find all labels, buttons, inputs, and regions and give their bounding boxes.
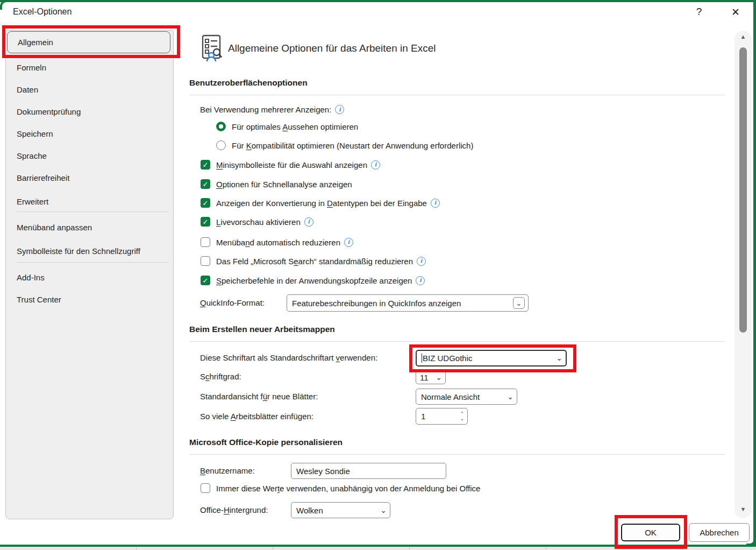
default-view-dropdown[interactable]: Normale Ansicht ⌄: [416, 389, 517, 405]
sheet-count-label: So viele Arbeitsblätter einfügen:: [200, 412, 313, 421]
spin-down-icon: ⌄: [460, 417, 464, 421]
help-icon[interactable]: ?: [693, 6, 705, 20]
annotation-box-ok-button: [615, 515, 687, 549]
username-label: Benutzername:: [200, 466, 255, 475]
cancel-button[interactable]: Abbrechen: [689, 523, 750, 542]
checkbox-datentypen[interactable]: ✓ Anzeigen der Konvertierung in Datentyp…: [201, 198, 440, 208]
checkbox-minisymbolleiste[interactable]: ✓ Minisymbolleiste für die Auswahl anzei…: [201, 160, 380, 170]
quickinfo-label: QuickInfo-Format:: [200, 298, 265, 307]
spinner-arrows[interactable]: ⌃ ⌄: [460, 412, 464, 421]
annotation-box-allgemein: [2, 25, 180, 58]
radio-optimal-appearance[interactable]: Für optimales Aussehen optimieren: [216, 122, 358, 131]
section-divider: [189, 341, 725, 342]
dialog-title: Excel-Optionen: [13, 7, 72, 17]
excel-window-top-edge: [0, 0, 756, 2]
section-divider: [189, 95, 725, 95]
chevron-down-icon[interactable]: ⌄: [378, 508, 387, 512]
section-heading-workbooks: Beim Erstellen neuer Arbeitsmappen: [189, 325, 335, 334]
info-icon[interactable]: i: [344, 238, 353, 247]
info-icon[interactable]: i: [371, 160, 380, 170]
info-icon[interactable]: i: [304, 217, 313, 227]
username-input[interactable]: [291, 463, 446, 479]
checkbox-checked-icon[interactable]: ✓: [201, 179, 210, 189]
excel-options-dialog: Excel-Optionen ? ✕ Allgemein Formeln Dat…: [0, 0, 756, 550]
chevron-down-icon[interactable]: ⌄: [505, 394, 513, 399]
office-background-label: Office-Hintergrund:: [200, 505, 268, 514]
sidebar-divider: [17, 211, 169, 212]
scroll-up-icon[interactable]: ▲: [737, 33, 750, 40]
info-icon[interactable]: i: [335, 105, 344, 114]
sidebar-item-menueband-anpassen[interactable]: Menüband anpassen: [6, 219, 180, 235]
category-sidebar: Allgemein Formeln Daten Dokumentprüfung …: [5, 30, 174, 519]
close-icon[interactable]: ✕: [729, 6, 743, 20]
info-icon[interactable]: i: [416, 276, 425, 285]
section-heading-personalize: Microsoft Office-Kopie personalisieren: [189, 438, 343, 447]
page-title: Allgemeine Optionen für das Arbeiten in …: [228, 43, 436, 54]
checkbox-always-use-values[interactable]: Immer diese Werte verwenden, unabhängig …: [201, 483, 480, 493]
checkbox-menueband-reduzieren[interactable]: Menüband automatisch reduzieren i: [201, 237, 353, 247]
section-divider: [189, 454, 725, 455]
default-view-label: Standardansicht für neue Blätter:: [200, 392, 318, 401]
checkbox-unchecked-icon[interactable]: [201, 237, 210, 247]
quickinfo-format-dropdown[interactable]: Featurebeschreibungen in QuickInfos anze…: [287, 294, 529, 312]
excel-window-right-edge: [753, 0, 756, 546]
chevron-down-icon[interactable]: ⌄: [433, 375, 442, 379]
info-icon[interactable]: i: [417, 257, 426, 266]
sheet-count-spinner[interactable]: 1 ⌃ ⌄: [416, 408, 468, 425]
sidebar-item-formeln[interactable]: Formeln: [6, 59, 180, 75]
radio-selected-icon[interactable]: [216, 122, 226, 131]
section-heading-ui: Benutzeroberflächenoptionen: [189, 78, 308, 88]
font-size-label: Schriftgrad:: [200, 372, 241, 381]
checkbox-unchecked-icon[interactable]: [201, 256, 210, 266]
sidebar-item-sprache[interactable]: Sprache: [6, 147, 180, 164]
chevron-down-icon[interactable]: ⌄: [513, 297, 525, 309]
radio-unselected-icon[interactable]: [216, 140, 226, 150]
sidebar-item-dokumentpruefung[interactable]: Dokumentprüfung: [6, 103, 180, 119]
scroll-down-icon[interactable]: ▼: [737, 506, 750, 512]
general-options-icon: [199, 34, 225, 62]
info-icon[interactable]: i: [431, 199, 440, 208]
radio-compatibility[interactable]: Für Kompatibilität optimieren (Neustart …: [216, 140, 473, 150]
sidebar-item-trust-center[interactable]: Trust Center: [6, 291, 180, 307]
sidebar-item-daten[interactable]: Daten: [6, 81, 180, 97]
checkbox-checked-icon[interactable]: ✓: [201, 198, 210, 208]
office-background-dropdown[interactable]: Wolken ⌄: [291, 502, 390, 518]
checkbox-checked-icon[interactable]: ✓: [201, 160, 210, 170]
checkbox-speicherbefehle[interactable]: ✓ Speicherbefehle in der Anwendungskopfz…: [201, 276, 425, 285]
sidebar-item-add-ins[interactable]: Add-Ins: [6, 269, 180, 285]
multi-display-label-row: Bei Verwendung mehrerer Anzeigen: i: [200, 105, 344, 114]
annotation-box-font-dropdown: [409, 344, 576, 372]
sidebar-item-erweitert[interactable]: Erweitert: [6, 193, 180, 209]
sidebar-item-symbolleiste[interactable]: Symbolleiste für den Schnellzugriff: [6, 243, 180, 259]
checkbox-schnellanalyse[interactable]: ✓ Optionen für Schnellanalyse anzeigen: [201, 179, 352, 189]
scrollbar-thumb[interactable]: [739, 47, 747, 333]
checkbox-unchecked-icon[interactable]: [201, 483, 210, 493]
checkbox-checked-icon[interactable]: ✓: [201, 217, 210, 227]
excel-window-corner: [0, 0, 10, 10]
checkbox-checked-icon[interactable]: ✓: [201, 276, 210, 285]
default-font-label: Diese Schriftart als Standardschriftart …: [200, 353, 377, 362]
checkbox-livevorschau[interactable]: ✓ Livevorschau aktivieren i: [201, 217, 313, 227]
sidebar-item-speichern[interactable]: Speichern: [6, 125, 180, 142]
sidebar-item-barrierefreiheit[interactable]: Barrierefreiheit: [6, 170, 180, 186]
checkbox-microsoft-search[interactable]: Das Feld „Microsoft Search“ standardmäßi…: [201, 256, 426, 266]
sidebar-divider: [17, 262, 169, 263]
